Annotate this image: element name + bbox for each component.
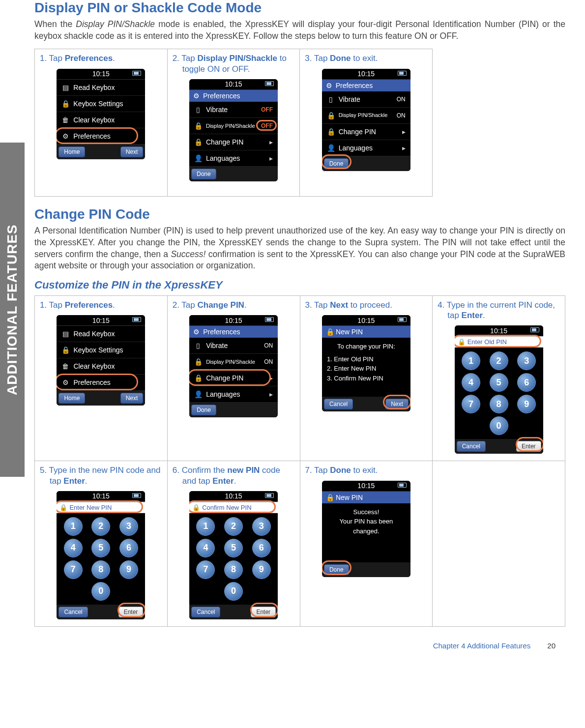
phone-enter-old-pin: 10:15 🔒Enter Old PIN 1 2 3 4 5 6 7 8 bbox=[455, 325, 543, 454]
phone-newpin-info: 10:15 🔒New PIN To change your PIN: 1. En… bbox=[322, 315, 410, 411]
lock-icon: 🔒 bbox=[194, 122, 202, 130]
s1-step1: 1. Tap Preferences. 10:15 ▤Read Keybox 🔒… bbox=[35, 49, 168, 197]
phone-prefs-on: 10:15 ⚙Preferences ▯VibrateON 🔒Display P… bbox=[322, 69, 410, 171]
section2-title: Change PIN Code bbox=[34, 206, 565, 222]
keypad: 1 2 3 4 5 6 7 8 9 0 bbox=[455, 348, 543, 439]
key-6[interactable]: 6 bbox=[517, 373, 536, 392]
enter-button[interactable]: Enter bbox=[118, 607, 144, 617]
key-0[interactable]: 0 bbox=[490, 416, 508, 435]
gear-icon: ⚙ bbox=[193, 92, 200, 100]
section2-body: A Personal Identification Number (PIN) i… bbox=[34, 225, 565, 272]
done-button[interactable]: Done bbox=[324, 158, 349, 169]
enter-button[interactable]: Enter bbox=[251, 607, 276, 617]
footer-page: 20 bbox=[547, 641, 556, 650]
cancel-button[interactable]: Cancel bbox=[191, 607, 220, 617]
lock-icon: 🔒 bbox=[61, 100, 69, 108]
lock-icon: 🔒 bbox=[326, 494, 333, 501]
s2-step2: 2. Tap Change PIN. 10:15 ⚙Preferences ▯V… bbox=[167, 295, 300, 461]
gear-icon: ⚙ bbox=[326, 82, 333, 89]
chevron-right-icon: ▸ bbox=[269, 154, 273, 162]
section1-body: When the Display PIN/Shackle mode is ena… bbox=[34, 19, 565, 42]
chevron-right-icon: ▸ bbox=[269, 138, 273, 146]
phone-prefs: 10:15 ⚙Preferences ▯VibrateON 🔒Display P… bbox=[189, 315, 278, 417]
next-button[interactable]: Next bbox=[120, 393, 144, 404]
lock-icon: 🔒 bbox=[59, 504, 67, 511]
home-button[interactable]: Home bbox=[58, 393, 85, 404]
caption: 1. Tap Preferences. bbox=[40, 53, 162, 63]
lock-icon: 🔒 bbox=[458, 338, 466, 346]
s1-step3: 3. Tap Done to exit. 10:15 ⚙Preferences … bbox=[300, 49, 433, 197]
phone-icon: ▯ bbox=[327, 95, 335, 103]
done-button[interactable]: Done bbox=[191, 405, 216, 415]
s2-step3: 3. Tap Next to proceed. 10:15 🔒New PIN T… bbox=[300, 295, 433, 461]
s2-step1: 1. Tap Preferences. 10:15 ▤Read Keybox 🔒… bbox=[35, 295, 168, 461]
s2-step4: 4. Type in the current PIN code, tap Ent… bbox=[433, 295, 565, 461]
caption: 3. Tap Done to exit. bbox=[305, 53, 427, 63]
key-4[interactable]: 4 bbox=[462, 373, 480, 392]
s2-empty bbox=[433, 461, 565, 627]
gear-icon: ⚙ bbox=[61, 132, 69, 140]
person-icon: 👤 bbox=[194, 154, 202, 162]
list-icon: ▤ bbox=[61, 84, 69, 91]
s2-step6: 6. Confirm the new PIN code and tap Ente… bbox=[167, 461, 300, 627]
phone-confirm-new-pin: 10:15 🔒Confirm New PIN 123 456 789 0 Can… bbox=[189, 491, 278, 619]
footer-chapter: Chapter 4 Additional Features bbox=[433, 641, 530, 650]
key-3[interactable]: 3 bbox=[517, 351, 536, 370]
chevron-right-icon: ▸ bbox=[402, 144, 406, 152]
battery-icon bbox=[132, 493, 141, 498]
home-button[interactable]: Home bbox=[58, 146, 85, 157]
battery-icon bbox=[398, 71, 407, 76]
s1-step2: 2. Tap Display PIN/Shackle to toggle ON … bbox=[167, 49, 300, 197]
battery-icon bbox=[265, 493, 274, 498]
phone-main-menu: 10:15 ▤Read Keybox 🔒Keybox Settings 🗑Cle… bbox=[57, 69, 145, 159]
enter-button[interactable]: Enter bbox=[516, 441, 541, 452]
battery-icon bbox=[398, 483, 407, 488]
person-icon: 👤 bbox=[327, 144, 335, 152]
key-8[interactable]: 8 bbox=[490, 395, 508, 413]
key-7[interactable]: 7 bbox=[462, 395, 480, 413]
lock-icon: 🔒 bbox=[192, 504, 200, 511]
s2-step5: 5. Type in the new PIN code and tap Ente… bbox=[35, 461, 168, 627]
phone-enter-new-pin: 10:15 🔒Enter New PIN 123 456 789 0 Cance… bbox=[57, 491, 145, 619]
next-button[interactable]: Next bbox=[385, 399, 409, 409]
section2-subtitle: Customize the PIN in the XpressKEY bbox=[34, 279, 565, 291]
key-1[interactable]: 1 bbox=[462, 351, 480, 370]
section1-steps-table: 1. Tap Preferences. 10:15 ▤Read Keybox 🔒… bbox=[34, 49, 433, 197]
battery-icon bbox=[530, 327, 539, 332]
lock-icon: 🔒 bbox=[327, 112, 335, 119]
battery-icon bbox=[132, 317, 141, 322]
done-button[interactable]: Done bbox=[191, 169, 216, 179]
battery-icon bbox=[265, 81, 274, 86]
key-2[interactable]: 2 bbox=[490, 351, 508, 370]
cancel-button[interactable]: Cancel bbox=[457, 441, 486, 452]
chevron-right-icon: ▸ bbox=[402, 128, 406, 136]
key-5[interactable]: 5 bbox=[490, 373, 508, 392]
cancel-button[interactable]: Cancel bbox=[324, 399, 353, 409]
battery-icon bbox=[132, 71, 141, 76]
phone-success: 10:15 🔒New PIN Success! Your PIN has bee… bbox=[322, 481, 410, 577]
phone-main-menu: 10:15 ▤Read Keybox 🔒Keybox Settings 🗑Cle… bbox=[57, 315, 145, 406]
next-button[interactable]: Next bbox=[120, 146, 144, 157]
battery-icon bbox=[398, 317, 407, 322]
battery-icon bbox=[265, 317, 274, 322]
lock-icon: 🔒 bbox=[326, 328, 333, 336]
done-button[interactable]: Done bbox=[324, 564, 349, 575]
lock-icon: 🔒 bbox=[327, 128, 335, 136]
page-footer: Chapter 4 Additional Features 20 bbox=[34, 637, 565, 655]
lock-icon: 🔒 bbox=[194, 138, 202, 146]
key-9[interactable]: 9 bbox=[517, 395, 536, 413]
cancel-button[interactable]: Cancel bbox=[58, 607, 88, 617]
caption: 2. Tap Display PIN/Shackle to toggle ON … bbox=[173, 53, 295, 74]
section1-title: Display PIN or Shackle Code Mode bbox=[34, 0, 565, 16]
phone-prefs-off: 10:15 ⚙Preferences ▯VibrateOFF 🔒Display … bbox=[189, 79, 278, 181]
s2-step7: 7. Tap Done to exit. 10:15 🔒New PIN Succ… bbox=[300, 461, 433, 627]
section2-steps-table: 1. Tap Preferences. 10:15 ▤Read Keybox 🔒… bbox=[34, 295, 565, 627]
trash-icon: 🗑 bbox=[61, 116, 69, 124]
phone-icon: ▯ bbox=[194, 106, 202, 114]
